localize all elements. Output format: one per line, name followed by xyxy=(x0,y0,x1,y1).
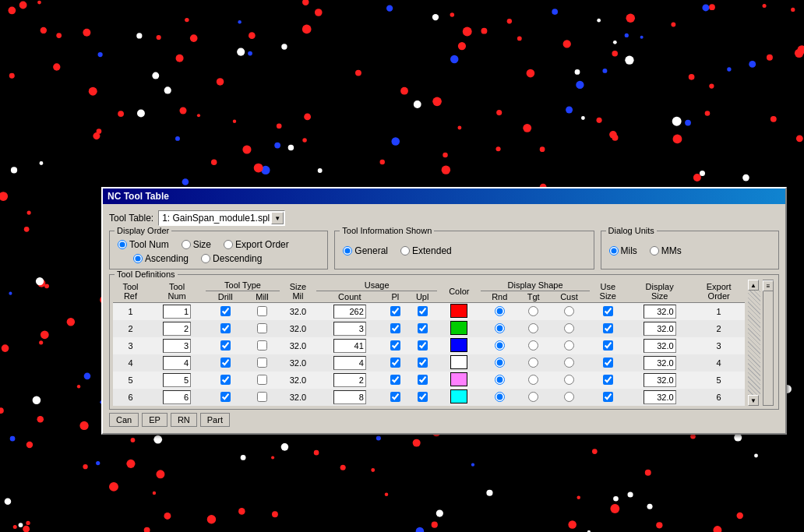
checkbox-upl[interactable] xyxy=(418,323,428,333)
checkbox-drill[interactable] xyxy=(220,392,231,402)
input-display-size[interactable] xyxy=(644,322,676,336)
input-num[interactable] xyxy=(163,390,191,404)
input-count[interactable] xyxy=(333,339,366,353)
checkbox-upl[interactable] xyxy=(418,392,428,402)
radio-cust[interactable] xyxy=(564,358,574,368)
scroll-down-btn[interactable]: ▼ xyxy=(748,395,759,406)
checkbox-pl[interactable] xyxy=(390,306,400,316)
input-display-size[interactable] xyxy=(644,339,676,353)
tab-rn[interactable]: RN xyxy=(171,413,197,427)
radio-tool-num[interactable]: Tool Num xyxy=(118,239,169,250)
checkbox-pl[interactable] xyxy=(390,323,400,333)
checkbox-drill[interactable] xyxy=(220,306,231,316)
radio-rnd[interactable] xyxy=(495,392,505,402)
checkbox-mill[interactable] xyxy=(257,340,267,351)
checkbox-mill[interactable] xyxy=(257,375,267,385)
radio-mils[interactable]: Mils xyxy=(609,245,637,256)
radio-descending[interactable]: Descending xyxy=(201,253,262,264)
tab-can[interactable]: Can xyxy=(109,413,139,427)
input-num[interactable] xyxy=(163,356,191,370)
input-num[interactable] xyxy=(163,322,191,336)
input-count[interactable] xyxy=(333,390,366,404)
checkbox-use-size[interactable] xyxy=(603,392,613,402)
cell-export-order: 3 xyxy=(693,337,745,354)
checkbox-upl[interactable] xyxy=(418,340,428,351)
input-count[interactable] xyxy=(333,322,366,336)
tab-ep[interactable]: EP xyxy=(142,413,168,427)
color-swatch[interactable] xyxy=(450,355,467,369)
radio-rnd[interactable] xyxy=(495,358,505,368)
radio-rnd[interactable] xyxy=(495,340,505,351)
radio-cust[interactable] xyxy=(564,323,574,333)
color-swatch[interactable] xyxy=(450,304,467,318)
checkbox-use-size[interactable] xyxy=(603,375,613,385)
input-count[interactable] xyxy=(333,356,366,370)
input-count[interactable] xyxy=(333,305,366,319)
radio-tgt[interactable] xyxy=(528,340,538,351)
checkbox-drill[interactable] xyxy=(220,323,231,333)
radio-extended[interactable]: Extended xyxy=(400,245,452,256)
checkbox-pl[interactable] xyxy=(390,340,400,351)
cell-pl xyxy=(383,389,408,406)
checkbox-use-size[interactable] xyxy=(603,358,613,368)
scroll-up-btn[interactable]: ▲ xyxy=(748,280,759,291)
checkbox-pl[interactable] xyxy=(390,375,400,385)
input-display-size[interactable] xyxy=(644,305,676,319)
color-swatch[interactable] xyxy=(450,372,467,386)
dialog-units-radio-row: Mils MMs xyxy=(609,245,770,256)
cell-size: 32.0 xyxy=(280,320,316,337)
checkbox-upl[interactable] xyxy=(418,306,428,316)
radio-ascending[interactable]: Ascending xyxy=(133,253,189,264)
list-scroll-up-btn[interactable]: ≡ xyxy=(763,280,774,291)
color-swatch[interactable] xyxy=(450,338,467,352)
checkbox-mill[interactable] xyxy=(257,323,267,333)
input-display-size[interactable] xyxy=(644,373,676,387)
input-display-size[interactable] xyxy=(644,356,676,370)
checkbox-drill[interactable] xyxy=(220,340,231,351)
radio-size[interactable]: Size xyxy=(182,239,211,250)
checkbox-pl[interactable] xyxy=(390,392,400,402)
checkbox-mill[interactable] xyxy=(257,392,267,402)
checkbox-use-size[interactable] xyxy=(603,340,613,351)
checkbox-drill[interactable] xyxy=(220,358,231,368)
radio-cust[interactable] xyxy=(564,340,574,351)
tool-table-dropdown[interactable]: 1: GainSpan_module1.spl xyxy=(158,210,285,226)
cell-pl xyxy=(383,320,408,337)
radio-cust[interactable] xyxy=(564,392,574,402)
radio-mms[interactable]: MMs xyxy=(650,245,682,256)
checkbox-mill[interactable] xyxy=(257,306,267,316)
radio-tgt[interactable] xyxy=(528,306,538,316)
tab-part[interactable]: Part xyxy=(200,413,230,427)
dialog-units-section: Dialog Units Mils MMs xyxy=(601,231,779,270)
radio-general[interactable]: General xyxy=(343,245,388,256)
radio-tgt[interactable] xyxy=(528,358,538,368)
input-num[interactable] xyxy=(163,373,191,387)
radio-export-order[interactable]: Export Order xyxy=(224,239,289,250)
checkbox-upl[interactable] xyxy=(418,375,428,385)
radio-cust[interactable] xyxy=(564,306,574,316)
input-num[interactable] xyxy=(163,339,191,353)
color-swatch[interactable] xyxy=(450,389,467,403)
checkbox-upl[interactable] xyxy=(418,358,428,368)
input-display-size[interactable] xyxy=(644,390,676,404)
checkbox-drill[interactable] xyxy=(220,375,231,385)
radio-cust[interactable] xyxy=(564,375,574,385)
checkbox-mill[interactable] xyxy=(257,358,267,368)
input-count[interactable] xyxy=(333,373,366,387)
radio-tgt[interactable] xyxy=(528,375,538,385)
checkbox-pl[interactable] xyxy=(390,358,400,368)
radio-tgt[interactable] xyxy=(528,392,538,402)
tool-table-selector-row: Tool Table: 1: GainSpan_module1.spl ▼ xyxy=(109,210,779,226)
table-row: 2 32.0 xyxy=(113,320,745,337)
radio-tgt[interactable] xyxy=(528,323,538,333)
radio-rnd[interactable] xyxy=(495,323,505,333)
checkbox-use-size[interactable] xyxy=(603,323,613,333)
radio-rnd[interactable] xyxy=(495,306,505,316)
checkbox-use-size[interactable] xyxy=(603,306,613,316)
input-num[interactable] xyxy=(163,305,191,319)
radio-ascending-label: Ascending xyxy=(145,253,189,264)
radio-extended-label: Extended xyxy=(412,245,452,256)
radio-rnd[interactable] xyxy=(495,375,505,385)
color-swatch[interactable] xyxy=(450,321,467,335)
cell-upl xyxy=(407,320,437,337)
